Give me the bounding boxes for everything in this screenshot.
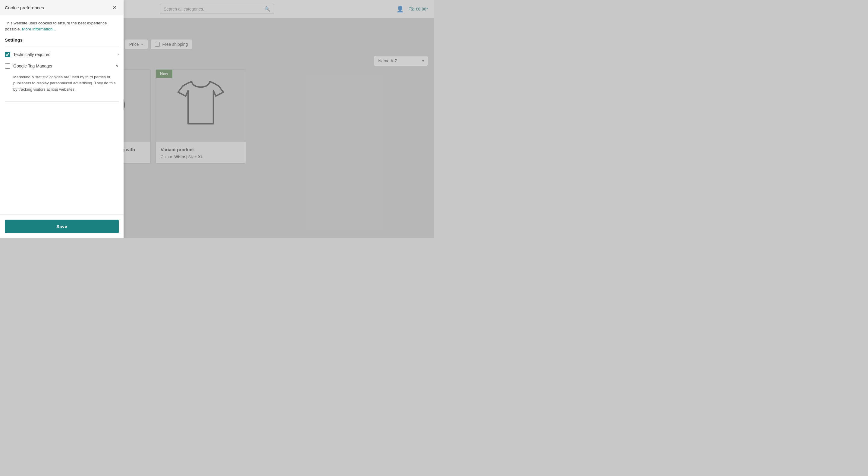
cookie-dialog-title: Cookie preferences: [5, 5, 44, 10]
google-tag-manager-checkbox[interactable]: [5, 63, 10, 69]
cookie-dialog: Cookie preferences ✕ This website uses c…: [0, 0, 124, 238]
settings-divider: [5, 46, 119, 46]
technically-required-label: Technically required: [13, 52, 51, 57]
cookie-description: This website uses cookies to ensure the …: [5, 20, 119, 33]
technically-required-expand-arrow[interactable]: ›: [118, 52, 119, 57]
cookie-option-left-1: Technically required: [5, 52, 51, 57]
cookie-dialog-header: Cookie preferences ✕: [0, 0, 124, 15]
cookie-option-google-tag-manager: Google Tag Manager ∨: [5, 60, 119, 72]
more-info-link[interactable]: More information...: [22, 27, 56, 31]
cookie-option-left-2: Google Tag Manager: [5, 63, 53, 69]
settings-heading: Settings: [5, 37, 119, 42]
technically-required-checkbox[interactable]: [5, 52, 10, 57]
google-tag-manager-label: Google Tag Manager: [13, 64, 53, 68]
google-tag-manager-description: Marketing & statistic cookies are used b…: [5, 72, 119, 95]
cookie-dialog-body: This website uses cookies to ensure the …: [0, 15, 124, 215]
cookie-dialog-footer: Save: [0, 215, 124, 238]
cookie-dialog-close-button[interactable]: ✕: [111, 4, 119, 11]
footer-divider: [5, 101, 119, 101]
google-tag-manager-expand-arrow[interactable]: ∨: [116, 64, 119, 68]
cookie-option-google-tag-manager-wrapper: Google Tag Manager ∨ Marketing & statist…: [5, 60, 119, 95]
cookie-save-button[interactable]: Save: [5, 220, 119, 233]
cookie-option-technically-required: Technically required ›: [5, 49, 119, 60]
